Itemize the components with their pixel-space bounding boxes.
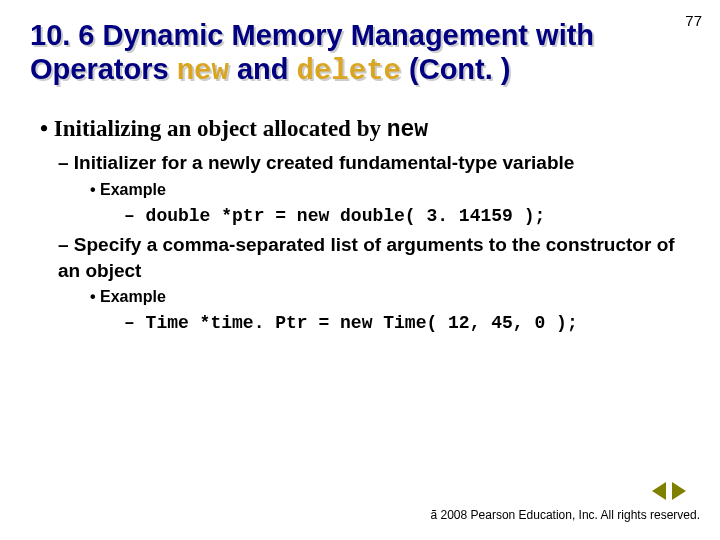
code: double *ptr = new double( 3. 14159 ); (146, 206, 546, 226)
next-icon[interactable] (672, 482, 686, 500)
code: Time *time. Ptr = new Time( 12, 45, 0 ); (146, 313, 578, 333)
slide-title: 10. 6 Dynamic Memory Management with Ope… (30, 18, 620, 89)
code-line-1: – double *ptr = new double( 3. 14159 ); (124, 204, 690, 228)
bullet-level-1: • Initializing an object allocated by ne… (40, 113, 690, 146)
dash: – (124, 313, 146, 333)
prev-icon[interactable] (652, 482, 666, 500)
bullet-level-3: • Example (90, 179, 690, 201)
bullet-text: Initializing an object allocated by (54, 116, 387, 141)
body: • Initializing an object allocated by ne… (30, 113, 690, 335)
bullet-level-2: – Specify a comma-separated list of argu… (58, 232, 690, 283)
slide: 77 10. 6 Dynamic Memory Management with … (0, 0, 720, 540)
keyword-new: new (177, 55, 229, 88)
page-number: 77 (685, 12, 702, 29)
keyword-new-inline: new (387, 117, 428, 143)
title-text-suffix: (Cont. ) (401, 53, 511, 85)
footer: ã 2008 Pearson Education, Inc. All right… (430, 508, 700, 522)
code-line-2: – Time *time. Ptr = new Time( 12, 45, 0 … (124, 311, 690, 335)
bullet-dot: • (40, 116, 54, 141)
bullet-level-2: – Initializer for a newly created fundam… (58, 150, 690, 176)
nav-buttons (652, 482, 686, 500)
keyword-delete: delete (297, 55, 401, 88)
footer-text: 2008 Pearson Education, Inc. All rights … (437, 508, 700, 522)
title-text-mid: and (229, 53, 297, 85)
dash: – (124, 206, 146, 226)
bullet-level-3: • Example (90, 286, 690, 308)
